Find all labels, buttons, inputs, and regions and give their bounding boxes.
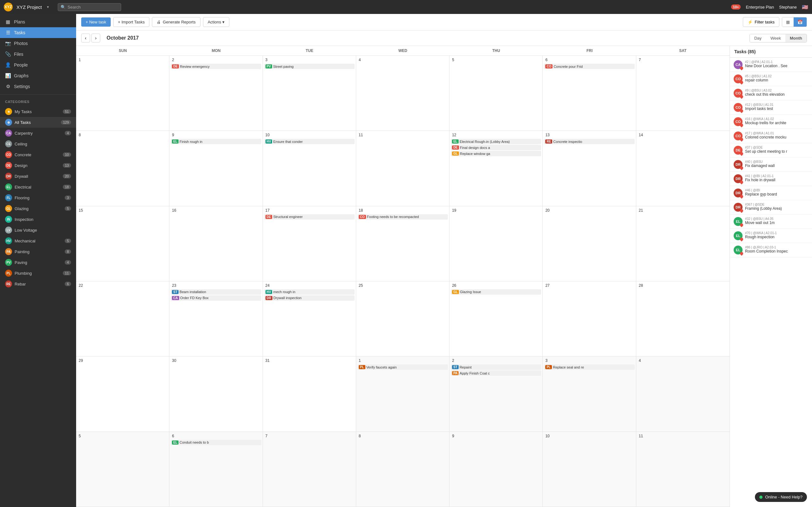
task-list-item[interactable]: EL #86 | @JRO | A2.03-1 Room Completion …: [730, 243, 812, 257]
sidebar-item-tasks[interactable]: ☰Tasks: [0, 27, 76, 38]
sidebar-item-people[interactable]: 👤People: [0, 60, 76, 70]
cal-cell-4-6[interactable]: 4: [636, 356, 729, 431]
cal-cell-1-0[interactable]: 8: [76, 131, 169, 206]
prev-month-button[interactable]: ‹: [81, 34, 90, 43]
task-list-item[interactable]: DR #46 | @IBI Replace gyp board: [730, 186, 812, 200]
cal-cell-0-2[interactable]: 3 PV Street paving: [263, 56, 356, 130]
calendar-event[interactable]: HV Ensure that conder: [264, 139, 355, 144]
cal-cell-0-1[interactable]: 2 DE Review emergency: [169, 56, 263, 130]
cal-cell-2-2[interactable]: 17 DE Structural engineer: [263, 206, 356, 281]
cal-cell-2-3[interactable]: 18 CO Footing needs to be recompacted: [356, 206, 450, 281]
next-month-button[interactable]: ›: [91, 34, 100, 43]
calendar-event[interactable]: PL Verify faucets again: [357, 364, 448, 370]
sidebar-cat-rebar[interactable]: RERebar6: [0, 279, 76, 289]
chevron-down-icon[interactable]: ▾: [47, 5, 49, 9]
sidebar-item-plans[interactable]: ▦Plans: [0, 16, 76, 27]
cal-cell-1-2[interactable]: 10 HV Ensure that conder: [263, 131, 356, 206]
cal-cell-5-2[interactable]: 7: [263, 432, 356, 507]
cal-cell-3-0[interactable]: 22: [76, 281, 169, 356]
actions-button[interactable]: Actions ▾: [203, 17, 229, 27]
calendar-event[interactable]: ST Repaint: [451, 364, 541, 370]
cal-cell-5-0[interactable]: 5: [76, 432, 169, 507]
cal-cell-2-5[interactable]: 20: [543, 206, 636, 281]
cal-cell-3-4[interactable]: 26 GL Glazing Issue: [450, 281, 543, 356]
sidebar-cat-ceiling[interactable]: CECeiling: [0, 138, 76, 149]
calendar-event[interactable]: DE Structural engineer: [264, 214, 355, 220]
new-task-button[interactable]: + New task: [81, 17, 111, 26]
sidebar-cat-all-tasks[interactable]: ⊕All Tasks129: [0, 117, 76, 128]
cal-cell-5-1[interactable]: 6 EL Conduit needs to b: [169, 432, 263, 507]
task-list-item[interactable]: CA #2 | @IPA | A2.01-1 New Door Location…: [730, 58, 812, 72]
sidebar-cat-low-voltage[interactable]: LVLow Voltage: [0, 225, 76, 235]
sidebar-item-files[interactable]: 📎Files: [0, 49, 76, 60]
filter-tasks-button[interactable]: ⚡ Filter tasks: [743, 17, 779, 27]
calendar-event[interactable]: PV Street paving: [264, 64, 355, 69]
user-menu[interactable]: Stephane: [779, 5, 797, 9]
cal-cell-5-4[interactable]: 9: [450, 432, 543, 507]
sidebar-cat-design[interactable]: DEDesign13: [0, 160, 76, 171]
cal-cell-3-2[interactable]: 24 HV mech rough in DR Drywall inspectio…: [263, 281, 356, 356]
cal-cell-1-3[interactable]: 11: [356, 131, 450, 206]
language-flag[interactable]: 🇺🇸: [802, 4, 808, 10]
cal-cell-4-1[interactable]: 30: [169, 356, 263, 431]
cal-cell-2-1[interactable]: 16: [169, 206, 263, 281]
week-view-button[interactable]: Week: [766, 34, 785, 42]
sidebar-cat-paving[interactable]: PVPaving4: [0, 257, 76, 268]
task-list-item[interactable]: CO #9 | @BSU | A3.02 check out this elev…: [730, 86, 812, 101]
task-list-item[interactable]: CO #5 | @BSU | A1.02 repair column: [730, 72, 812, 86]
cal-cell-4-3[interactable]: 1 PL Verify faucets again: [356, 356, 450, 431]
cal-cell-0-4[interactable]: 5: [450, 56, 543, 130]
calendar-event[interactable]: PA Apply Finish Coat c: [451, 371, 541, 376]
task-list-item[interactable]: DR #367 | @SDE Framing (Lobby Area): [730, 200, 812, 215]
cal-cell-4-0[interactable]: 29: [76, 356, 169, 431]
task-list-item[interactable]: DE #37 | @SDE Set up client meeting to r: [730, 143, 812, 158]
cal-cell-0-5[interactable]: 6 CO Concrete pour Frid: [543, 56, 636, 130]
cal-cell-1-6[interactable]: 14: [636, 131, 729, 206]
task-list-item[interactable]: EL #32 | @BSU | A4.05 Move wall out 1m: [730, 215, 812, 229]
calendar-event[interactable]: DR Drywall inspection: [264, 295, 355, 301]
sidebar-item-settings[interactable]: ⚙Settings: [0, 81, 76, 92]
task-list-item[interactable]: EL #70 | @WKA | A2.01-1 Rough inspection: [730, 229, 812, 243]
task-list-item[interactable]: DR #41 | @IBI | A2.01-1 Fix hole in dryw…: [730, 172, 812, 186]
cal-cell-5-5[interactable]: 10: [543, 432, 636, 507]
cal-cell-1-1[interactable]: 9 EL Finish rough in: [169, 131, 263, 206]
sidebar-cat-electrical[interactable]: ELElectrical18: [0, 181, 76, 192]
sidebar-cat-carpentry[interactable]: CACarpentry4: [0, 128, 76, 138]
cal-cell-0-3[interactable]: 4: [356, 56, 450, 130]
cal-cell-3-3[interactable]: 25: [356, 281, 450, 356]
search-input[interactable]: [67, 5, 118, 9]
calendar-event[interactable]: CO Footing needs to be recompacted: [357, 214, 448, 220]
sidebar-cat-drywall[interactable]: DRDrywall20: [0, 171, 76, 181]
calendar-event[interactable]: HV mech rough in: [264, 289, 355, 295]
sidebar-cat-mechanical[interactable]: HVMechanical5: [0, 235, 76, 246]
day-view-button[interactable]: Day: [750, 34, 766, 42]
calendar-event[interactable]: GL Replace window ga: [451, 151, 541, 156]
task-list-item[interactable]: CO #16 | @WKA | A1.02 Mockup trellis for…: [730, 115, 812, 129]
sidebar-item-graphs[interactable]: 📊Graphs: [0, 70, 76, 81]
cal-cell-3-5[interactable]: 27: [543, 281, 636, 356]
task-list-item[interactable]: CO #12 | @BSU | A1.01 Import tasks test: [730, 101, 812, 115]
cal-cell-5-3[interactable]: 8: [356, 432, 450, 507]
sidebar-cat-glazing[interactable]: GLGlazing5: [0, 203, 76, 214]
calendar-event[interactable]: DE Final design docs a: [451, 145, 541, 150]
cal-cell-0-0[interactable]: 1: [76, 56, 169, 130]
generate-reports-button[interactable]: 🖨 Generate Reports: [152, 17, 200, 27]
calendar-event[interactable]: EL Finish rough in: [171, 139, 261, 144]
cal-cell-2-6[interactable]: 21: [636, 206, 729, 281]
sidebar-cat-plumbing[interactable]: PLPlumbing11: [0, 268, 76, 279]
cal-cell-3-1[interactable]: 23 ST Beam installation CA Order FD Key …: [169, 281, 263, 356]
cal-cell-3-6[interactable]: 28: [636, 281, 729, 356]
sidebar-cat-concrete[interactable]: COConcrete10: [0, 149, 76, 160]
cal-cell-2-4[interactable]: 19: [450, 206, 543, 281]
sidebar-item-photos[interactable]: 📷Photos: [0, 38, 76, 49]
task-list-item[interactable]: CO #17 | @WKA | A1.01 Colored concrete m…: [730, 129, 812, 143]
calendar-view-button[interactable]: 📅: [794, 17, 807, 26]
calendar-event[interactable]: PL Replace seal and re: [544, 364, 635, 370]
calendar-event[interactable]: EL Electrical Rough-in (Lobby Area): [451, 139, 541, 144]
calendar-event[interactable]: CO Concrete pour Frid: [544, 64, 635, 69]
cal-cell-1-5[interactable]: 13 RE Concrete inspectio: [543, 131, 636, 206]
cal-cell-4-2[interactable]: 31: [263, 356, 356, 431]
notification-badge[interactable]: 10+: [731, 4, 741, 9]
sidebar-cat-my-tasks[interactable]: ★My Tasks51: [0, 106, 76, 117]
calendar-event[interactable]: CA Order FD Key Box: [171, 295, 261, 301]
